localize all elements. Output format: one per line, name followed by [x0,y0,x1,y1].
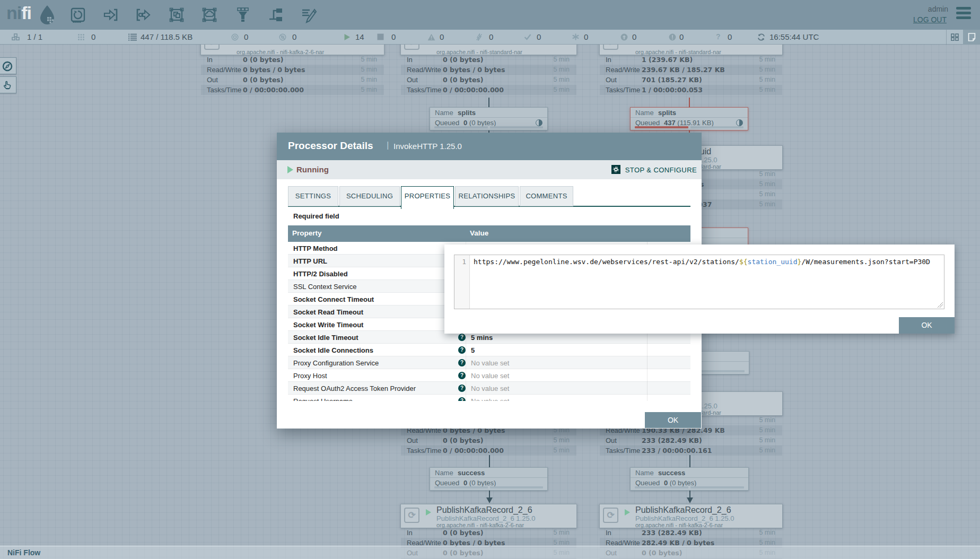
connection-label[interactable]: Name splits Queued 0 (0 bytes) [430,107,548,130]
remote-process-group-icon[interactable] [201,6,218,23]
column-divider [647,382,648,395]
connection-name-value: splits [658,109,676,117]
dialog-tab[interactable]: RELATIONSHIPS [455,186,519,206]
processor-component-icon[interactable] [69,6,86,23]
queued-list-icon [128,33,137,41]
stat-value: 701 (185.27 KB) [642,76,702,84]
dialog-tab[interactable]: SCHEDULING [339,186,400,206]
breadcrumb[interactable]: NiFi Flow [7,548,40,557]
property-row[interactable]: Proxy Host ? No value set [288,369,690,382]
dialog-ok-button[interactable]: OK [645,412,701,428]
connection-line [489,490,490,498]
stat-window: 5 min [759,190,775,198]
queue-percent-icon [736,119,743,126]
property-help-icon[interactable]: ? [458,372,466,379]
stat-value: 1 / 00:00:00.053 [642,86,703,94]
property-help-icon[interactable]: ? [458,346,466,354]
line-number: 1 [462,258,466,266]
stat-window: 5 min [759,426,775,434]
stat-window: 5 min [759,416,775,424]
connection-name-row: Name splits [430,108,547,118]
running-indicator-icon [625,509,630,516]
property-help-icon[interactable]: ? [458,385,466,392]
locally-modified-icon [572,33,579,40]
status-value: 0 [391,32,396,41]
dialog-title-separator: | [387,140,389,151]
stat-row-taskstime: Tasks/Time 0 / 00:00:00.000 5 min [401,85,576,95]
bulletin-panel-button[interactable] [963,30,980,45]
property-row[interactable]: Request OAuth2 Access Token Provider ? N… [288,382,690,395]
connection-name-value: splits [458,109,476,117]
property-help-icon[interactable]: ? [458,334,466,341]
column-divider [647,369,648,382]
navigate-palette-toggle[interactable] [0,57,16,74]
property-value[interactable]: 5 mins [471,334,493,342]
input-port-icon[interactable] [102,6,119,23]
running-state-icon [287,166,293,173]
property-help-icon[interactable]: ? [458,359,466,366]
stat-window: 5 min [759,170,775,178]
dialog-tab[interactable]: PROPERTIES [401,186,454,209]
stat-value: 0 bytes / 0 bytes [443,66,505,74]
stop-and-configure-button[interactable]: STOP & CONFIGURE [611,165,697,174]
status-value: 0 [91,32,95,41]
property-row[interactable]: Proxy Configuration Service ? No value s… [288,356,690,369]
stat-value: 233 (282.49 KB) [642,529,702,537]
property-value[interactable]: No value set [471,385,509,392]
property-row[interactable]: Socket Idle Connections ? 5 [288,344,690,356]
queued-size-bar [690,486,744,488]
column-divider [466,356,466,369]
connection-name-key: Name [435,109,453,117]
output-port-icon[interactable] [135,6,152,23]
processor-type: PublishKafkaRecord_2_6 1.25.0 [436,514,535,522]
current-user: admin [928,5,948,13]
connection-label[interactable]: Name success Queued 0 (0 bytes) [630,467,749,491]
template-icon[interactable] [267,6,284,23]
stat-window: 5 min [361,76,377,83]
resize-handle-icon[interactable] [938,302,943,308]
processor-node[interactable]: ⟳ PublishKafkaRecord_2_6 PublishKafkaRec… [599,504,783,528]
funnel-icon[interactable] [234,6,251,23]
stat-window: 5 min [759,200,775,208]
stat-row-taskstime: Tasks/Time 1 / 00:00:00.053 5 min [600,85,782,95]
dialog-tab[interactable]: SETTINGS [288,186,338,206]
processor-node[interactable]: ⟳ PublishKafkaRecord_2_6 PublishKafkaRec… [400,504,577,528]
running-state-label: Running [296,165,329,174]
status-value: 0 [728,32,732,41]
nifi-logo: nifi [6,3,31,23]
property-help-icon[interactable]: ? [458,397,466,401]
connection-label[interactable]: Name splits Queued 437 (115.91 KB) [630,107,748,130]
stat-window: 5 min [361,86,377,93]
status-value: 0 [244,32,248,41]
process-group-icon[interactable] [168,6,185,23]
stat-label: Out [407,436,418,444]
hamburger-icon [956,12,971,14]
editor-ok-button[interactable]: OK [899,317,955,334]
document-icon [968,33,976,41]
property-value[interactable]: No value set [471,372,509,380]
invalid-icon [427,33,435,41]
stat-row-in: In 0 (0 bytes) 5 min [401,528,576,538]
connection-name-row: Name splits [631,108,748,118]
label-icon[interactable] [300,6,317,23]
logout-link[interactable]: LOG OUT [913,15,947,24]
global-menu-button[interactable] [956,7,971,22]
property-value[interactable]: 5 [471,346,475,354]
property-value[interactable]: No value set [471,359,509,367]
dialog-tab[interactable]: COMMENTS [520,186,573,206]
refresh-icon[interactable] [757,33,765,41]
status-value: 447 / 118.5 KB [141,32,192,41]
code-editor[interactable]: 1 https://www.pegelonline.wsv.de/webserv… [454,255,944,309]
operate-palette-toggle[interactable] [0,76,16,93]
property-value[interactable]: No value set [471,397,509,401]
grid-toggle-button[interactable] [947,30,963,45]
status-value: 1 / 1 [27,32,42,41]
property-column-header: Property [292,229,322,237]
stat-window: 5 min [553,86,570,93]
property-row[interactable]: Request Username ? No value set [288,395,690,401]
stat-window: 5 min [759,86,775,93]
connection-label[interactable]: Name success Queued 0 (0 bytes) [430,467,548,491]
stat-window: 5 min [553,539,570,546]
stat-value: 0 (0 bytes) [243,56,284,64]
cluster-nodes-icon [12,33,20,41]
